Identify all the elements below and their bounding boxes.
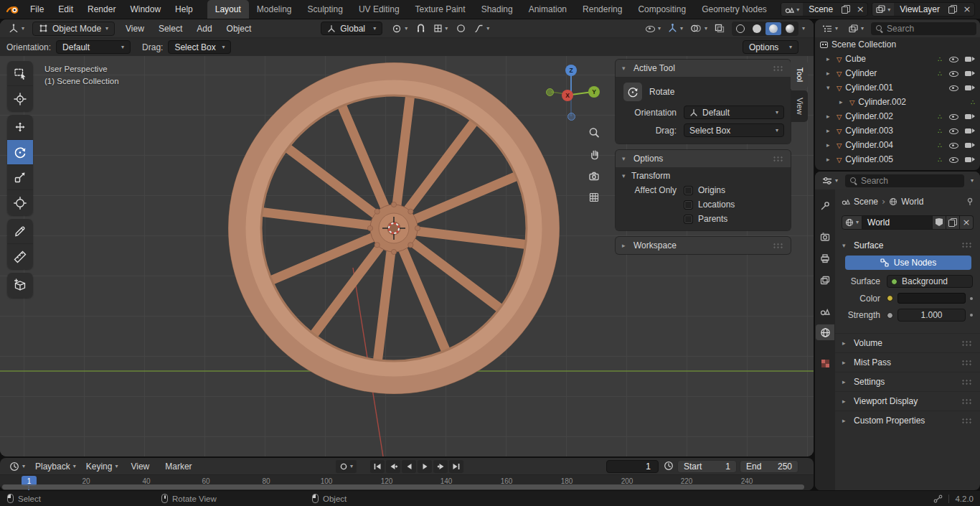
workspace-tab-animation[interactable]: Animation — [521, 0, 575, 19]
scene-unlink-button[interactable] — [853, 3, 867, 16]
outliner-item-label[interactable]: Cylinder.002 — [845, 111, 893, 121]
outliner-row-cylinder[interactable]: Cylinder — [815, 66, 980, 80]
previous-keyframe-button[interactable] — [386, 460, 400, 473]
options-dropdown[interactable]: Options — [743, 40, 798, 54]
jump-to-end-button[interactable] — [449, 460, 463, 473]
disable-in-render-toggle[interactable] — [965, 156, 975, 164]
hide-in-viewport-toggle[interactable] — [948, 112, 958, 121]
hide-in-viewport-toggle[interactable] — [948, 141, 958, 149]
scene-name[interactable]: Scene — [803, 4, 839, 14]
proportional-editing-toggle[interactable] — [453, 22, 469, 36]
expand-chevron-icon[interactable] — [826, 70, 833, 77]
animate-decorator-dot[interactable] — [970, 297, 973, 300]
menu-render[interactable]: Render — [80, 0, 123, 19]
editor-type-button[interactable] — [5, 22, 28, 36]
outliner-row-cube[interactable]: Cube — [815, 52, 980, 66]
properties-search-box[interactable] — [845, 174, 964, 187]
sidebar-tab-tool[interactable]: Tool — [791, 60, 808, 89]
workspace-tab-sculpting[interactable]: Sculpting — [300, 0, 351, 19]
view-layer-new-button[interactable] — [946, 3, 960, 16]
tool-scale[interactable] — [7, 165, 33, 190]
menu-object[interactable]: Object — [220, 19, 258, 37]
gizmos-dropdown[interactable] — [664, 22, 687, 36]
surface-shader-dropdown[interactable]: Background — [887, 275, 973, 288]
locations-checkbox[interactable] — [684, 200, 693, 210]
breadcrumb-world[interactable]: World — [901, 197, 923, 207]
sidebar-orientation-dropdown[interactable]: Default — [684, 106, 784, 119]
disable-in-render-toggle[interactable] — [965, 84, 975, 92]
panel-grip-icon[interactable] — [961, 242, 973, 248]
outliner-item-label[interactable]: Cylinder.005 — [845, 154, 893, 164]
outliner-item-label[interactable]: Cube — [845, 54, 866, 64]
origins-checkbox[interactable] — [684, 186, 693, 195]
workspace-tab-rendering[interactable]: Rendering — [575, 0, 630, 19]
strength-field[interactable]: 1.000 — [897, 309, 966, 322]
outliner-row-cylinder-004[interactable]: Cylinder.004 — [815, 138, 980, 152]
fake-user-button[interactable] — [933, 215, 946, 230]
shading-solid-button[interactable] — [749, 22, 765, 35]
expand-chevron-icon[interactable] — [826, 113, 833, 120]
gizmo-x-axis-ball[interactable]: X — [562, 90, 573, 101]
shading-rendered-button[interactable] — [782, 22, 798, 35]
outliner-row-scene-collection[interactable]: Scene Collection — [815, 37, 980, 52]
sidebar-drag-dropdown[interactable]: Select Box — [684, 123, 784, 137]
menu-window[interactable]: Window — [123, 0, 168, 19]
timeline-editor-type-button[interactable] — [6, 459, 29, 474]
workspace-tab-texture-paint[interactable]: Texture Paint — [407, 0, 473, 19]
hide-in-viewport-toggle[interactable] — [948, 126, 958, 135]
tab-world-properties[interactable] — [816, 324, 834, 340]
parents-checkbox-label[interactable]: Parents — [698, 214, 727, 224]
panel-volume[interactable]: Volume — [835, 333, 980, 352]
properties-editor-type-button[interactable] — [819, 174, 842, 188]
panel-settings[interactable]: Settings — [835, 372, 980, 391]
outliner-item-label[interactable]: Cylinder.002 — [858, 97, 906, 107]
transform-subpanel-header[interactable]: Transform — [622, 171, 784, 181]
jump-to-start-button[interactable] — [370, 460, 385, 473]
pan-button[interactable] — [586, 146, 602, 162]
panel-grip-icon[interactable] — [961, 340, 973, 347]
wagon-wheel-object[interactable] — [230, 64, 558, 393]
panel-grip-icon[interactable] — [773, 243, 784, 249]
outliner-item-label[interactable]: Scene Collection — [831, 39, 896, 50]
orientation-dropdown[interactable]: Default — [56, 40, 131, 54]
sidebar-tab-view[interactable]: View — [791, 90, 808, 122]
gizmo-y-axis-ball[interactable]: Y — [588, 86, 600, 98]
expand-chevron-icon[interactable] — [826, 127, 833, 134]
tab-tool-properties[interactable] — [816, 198, 834, 214]
snap-settings-dropdown[interactable] — [430, 22, 451, 36]
play-reverse-button[interactable] — [402, 460, 416, 473]
disable-in-render-toggle[interactable] — [965, 127, 975, 135]
surface-panel-header[interactable]: Surface — [835, 236, 980, 254]
tool-rotate[interactable] — [7, 140, 33, 165]
transform-orientation-dropdown[interactable]: Global — [321, 22, 382, 35]
menu-help[interactable]: Help — [168, 0, 200, 19]
outliner-item-label[interactable]: Cylinder.001 — [845, 83, 893, 93]
options-panel-header[interactable]: Options — [616, 150, 791, 167]
proportional-falloff-dropdown[interactable] — [471, 22, 493, 36]
pin-icon[interactable] — [966, 197, 974, 206]
play-button[interactable] — [418, 460, 432, 473]
overlays-dropdown[interactable] — [687, 22, 711, 36]
panel-grip-icon[interactable] — [961, 360, 973, 366]
menu-select[interactable]: Select — [152, 19, 189, 37]
mode-dropdown[interactable]: Object Mode — [32, 22, 115, 36]
hide-in-viewport-toggle[interactable] — [948, 69, 958, 78]
tool-add-cube[interactable] — [7, 273, 33, 298]
properties-options-dropdown[interactable] — [971, 177, 974, 184]
expand-chevron-icon[interactable] — [826, 156, 833, 163]
animate-decorator-dot[interactable] — [970, 314, 973, 317]
drag-dropdown[interactable]: Select Box — [168, 40, 231, 54]
outliner-search-input[interactable] — [887, 24, 972, 34]
outliner-search-box[interactable] — [871, 22, 976, 35]
origins-checkbox-label[interactable]: Origins — [698, 185, 725, 195]
outliner-row-cylinder-002-child[interactable]: Cylinder.002 — [815, 95, 980, 109]
tool-move[interactable] — [7, 115, 33, 140]
panel-grip-icon[interactable] — [961, 418, 973, 424]
scene-browse-button[interactable] — [781, 3, 803, 16]
outliner-row-cylinder-005[interactable]: Cylinder.005 — [815, 152, 980, 167]
expand-chevron-icon[interactable] — [839, 98, 846, 106]
auto-keying-button[interactable] — [336, 460, 357, 473]
outliner-row-cylinder-003[interactable]: Cylinder.003 — [815, 123, 980, 138]
shading-settings-dropdown[interactable] — [798, 22, 809, 36]
properties-search-input[interactable] — [861, 176, 960, 186]
